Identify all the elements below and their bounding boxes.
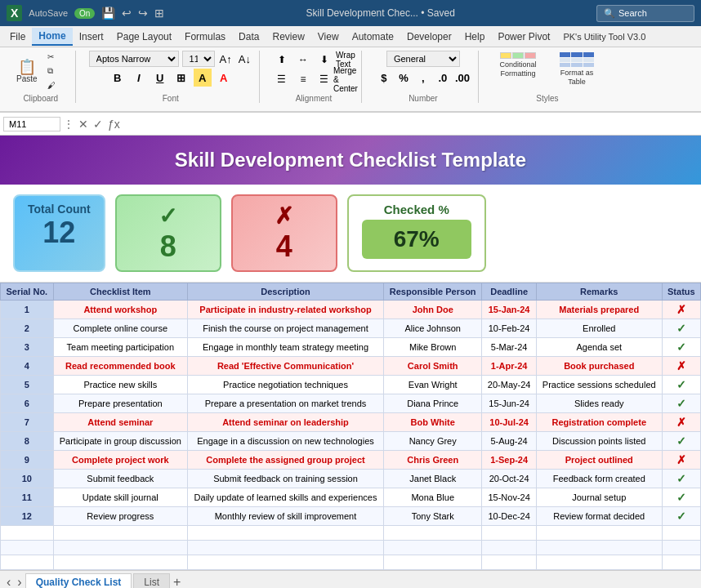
table-row[interactable]: 11Update skill journalDaily update of le… <box>1 488 701 507</box>
cell-desc: Engage in a discussion on new technologi… <box>188 432 384 451</box>
align-left-button[interactable]: ☰ <box>273 70 291 88</box>
menu-developer[interactable]: Developer <box>400 29 458 45</box>
formula-icons: ✕ ✓ ƒx <box>77 118 122 131</box>
cell-status: ✓ <box>662 488 700 507</box>
align-center-button[interactable]: ≡ <box>294 70 312 88</box>
grid-icon[interactable]: ⊞ <box>154 7 164 20</box>
font-family-select[interactable]: Aptos Narrow <box>89 51 179 67</box>
font-color-button[interactable]: A <box>215 69 233 87</box>
table-row[interactable]: 9Complete project workComplete the assig… <box>1 451 701 470</box>
menu-data[interactable]: Data <box>232 29 266 45</box>
cell-empty <box>536 541 662 555</box>
cell-desc: Practice negotiation techniques <box>188 376 384 394</box>
table-row[interactable]: 4Read recommended bookRead 'Effective Co… <box>1 357 701 376</box>
decrease-font-button[interactable]: A↓ <box>237 53 252 65</box>
status-check-icon: ✓ <box>676 472 686 485</box>
cell-serial: 8 <box>1 432 54 451</box>
cell-empty <box>188 541 384 555</box>
cell-reference-input[interactable]: M11 <box>3 117 60 131</box>
currency-button[interactable]: $ <box>375 69 393 87</box>
number-label: Number <box>409 92 438 103</box>
tab-quality-check-list[interactable]: Quality Check List <box>25 573 132 588</box>
total-count-label: Total Count <box>28 203 91 216</box>
table-row[interactable]: 6Prepare presentationPrepare a presentat… <box>1 394 701 413</box>
align-right-button[interactable]: ☰ <box>315 70 333 88</box>
cell-empty <box>384 555 482 570</box>
menu-automate[interactable]: Automate <box>346 29 400 45</box>
cell-desc: Engage in monthly team strategy meeting <box>188 338 384 357</box>
percent-button[interactable]: % <box>395 69 413 87</box>
underline-button[interactable]: U <box>151 69 169 87</box>
align-bottom-button[interactable]: ⬇ <box>315 51 333 69</box>
clipboard-label: Clipboard <box>23 92 58 103</box>
table-row[interactable]: 7Attend seminarAttend seminar on leaders… <box>1 413 701 432</box>
tab-next-button[interactable]: › <box>14 575 25 589</box>
menu-home[interactable]: Home <box>32 28 72 46</box>
search-icon: 🔍 <box>604 8 615 19</box>
tab-list[interactable]: List <box>133 573 170 589</box>
menu-insert[interactable]: Insert <box>73 29 110 45</box>
col-item: Checklist Item <box>53 283 187 301</box>
decrease-decimal-button[interactable]: .0 <box>434 69 452 87</box>
table-row[interactable]: 10Submit feedbackSubmit feedback on trai… <box>1 470 701 488</box>
menu-view[interactable]: View <box>311 29 346 45</box>
cell-empty <box>384 541 482 555</box>
undo-icon[interactable]: ↩ <box>122 7 132 20</box>
border-button[interactable]: ⊞ <box>172 69 190 87</box>
menu-pk-utility[interactable]: PK's Utility Tool V3.0 <box>556 29 652 44</box>
copy-button[interactable]: ⧉ <box>44 65 69 78</box>
confirm-formula-icon[interactable]: ✓ <box>92 118 105 131</box>
tab-add-button[interactable]: + <box>173 575 181 589</box>
menu-power-pivot[interactable]: Power Pivot <box>491 29 556 45</box>
font-size-select[interactable]: 11 <box>182 51 215 67</box>
cell-deadline: 1-Sep-24 <box>482 451 536 470</box>
conditional-formatting-button[interactable]: Conditional Formatting <box>492 51 544 80</box>
cell-deadline: 5-Aug-24 <box>482 432 536 451</box>
number-format-select[interactable]: General <box>386 51 460 67</box>
table-row[interactable]: 3Team meeting participationEngage in mon… <box>1 338 701 357</box>
redo-icon[interactable]: ↪ <box>138 7 148 20</box>
format-painter-button[interactable]: 🖌 <box>44 79 69 91</box>
bold-button[interactable]: B <box>109 69 127 87</box>
comma-button[interactable]: , <box>414 69 432 87</box>
cell-remarks: Project outlined <box>536 451 662 470</box>
cell-item: Attend seminar <box>53 413 187 432</box>
italic-button[interactable]: I <box>130 69 148 87</box>
fill-color-button[interactable]: A <box>194 69 212 87</box>
search-box[interactable]: 🔍 Search <box>596 5 694 22</box>
table-row[interactable]: 2Complete online courseFinish the course… <box>1 319 701 338</box>
menu-formulas[interactable]: Formulas <box>178 29 232 45</box>
total-count-value: 12 <box>28 216 91 250</box>
align-middle-button[interactable]: ↔ <box>294 51 312 69</box>
format-as-table-button[interactable]: Format as Table <box>551 51 603 88</box>
sheet-tabs: ‹ › Quality Check List List + <box>0 570 701 588</box>
autosave-toggle[interactable]: On <box>74 8 95 19</box>
menu-review[interactable]: Review <box>266 29 310 45</box>
increase-font-button[interactable]: A↑ <box>218 53 234 65</box>
menu-file[interactable]: File <box>3 29 32 45</box>
menu-help[interactable]: Help <box>458 29 492 45</box>
cell-serial: 6 <box>1 394 54 413</box>
menu-page-layout[interactable]: Page Layout <box>110 29 178 45</box>
cancel-formula-icon[interactable]: ✕ <box>77 118 90 131</box>
merge-center-button[interactable]: Merge & Center <box>337 70 355 88</box>
table-row[interactable]: 5Practice new skillsPractice negotiation… <box>1 376 701 394</box>
paste-button[interactable]: 📋 Paste <box>13 58 41 85</box>
insert-function-icon[interactable]: ƒx <box>106 118 122 131</box>
table-row[interactable]: 12Review progressMonthly review of skill… <box>1 507 701 526</box>
status-check-icon: ✓ <box>676 341 686 354</box>
save-icon[interactable]: 💾 <box>101 7 115 20</box>
tab-prev-button[interactable]: ‹ <box>3 575 14 589</box>
increase-decimal-button[interactable]: .00 <box>453 69 471 87</box>
search-label: Search <box>618 8 647 18</box>
formula-input[interactable] <box>125 117 698 131</box>
excel-logo: X <box>7 5 22 21</box>
status-check-icon: ✓ <box>676 397 686 410</box>
unchecked-card: ✗ 4 <box>231 194 337 272</box>
cut-button[interactable]: ✂ <box>44 51 69 63</box>
formula-bar-menu-icon[interactable]: ⋮ <box>64 118 74 130</box>
table-row[interactable]: 1Attend workshopParticipate in industry-… <box>1 301 701 319</box>
align-top-button[interactable]: ⬆ <box>273 51 291 69</box>
table-row[interactable]: 8Participate in group discussionEngage i… <box>1 432 701 451</box>
cell-status: ✓ <box>662 507 700 526</box>
